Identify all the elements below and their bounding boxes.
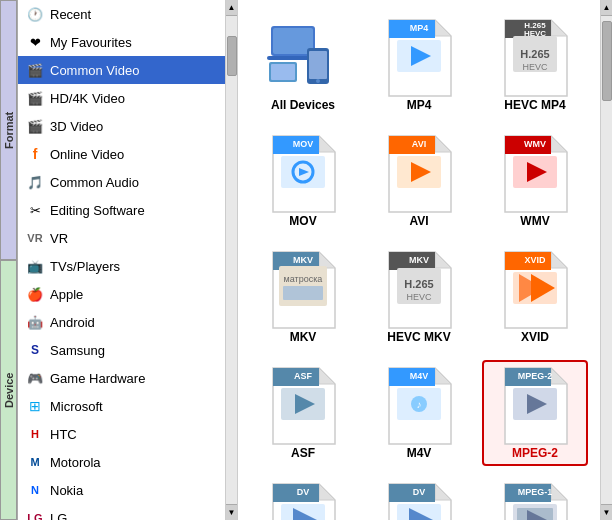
lg-label: LG bbox=[50, 511, 67, 521]
svg-text:ASF: ASF bbox=[294, 371, 313, 381]
format-item-hevc-mp4[interactable]: H.265 HEVC H.265 HEVC HEVC MP4 bbox=[482, 12, 588, 118]
format-item-mpeg1[interactable]: MPEG-1 MPEG-1 bbox=[482, 476, 588, 520]
game-hardware-icon: 🎮 bbox=[26, 369, 44, 387]
format-item-xvid[interactable]: XVID XVID bbox=[482, 244, 588, 350]
svg-rect-35 bbox=[283, 286, 323, 300]
tab-device-label: Device bbox=[3, 372, 15, 407]
mp4-label: MP4 bbox=[407, 98, 432, 112]
recent-label: Recent bbox=[50, 7, 91, 22]
format-item-hevc-mkv[interactable]: MKV H.265 HEVC HEVC MKV bbox=[366, 244, 472, 350]
sidebar-item-htc[interactable]: HHTC bbox=[18, 420, 237, 448]
common-audio-icon: 🎵 bbox=[26, 173, 44, 191]
format-item-asf[interactable]: ASF ASF bbox=[250, 360, 356, 466]
sidebar-item-motorola[interactable]: MMotorola bbox=[18, 448, 237, 476]
motorola-label: Motorola bbox=[50, 455, 101, 470]
svg-text:H.265: H.265 bbox=[520, 48, 549, 60]
format-item-wmv[interactable]: WMV WMV bbox=[482, 128, 588, 234]
common-video-label: Common Video bbox=[50, 63, 139, 78]
xvid-icon: XVID bbox=[495, 250, 575, 330]
motorola-icon: M bbox=[26, 453, 44, 471]
sidebar-item-samsung[interactable]: SSamsung bbox=[18, 336, 237, 364]
scrollbar-thumb[interactable] bbox=[227, 36, 237, 76]
format-item-dv-ntsc[interactable]: DV DV-NTSC bbox=[250, 476, 356, 520]
format-item-dv-pal[interactable]: DV DV-PAL bbox=[366, 476, 472, 520]
scrollbar-up-btn[interactable]: ▲ bbox=[226, 0, 237, 16]
sidebar-item-my-favourites[interactable]: ❤My Favourites bbox=[18, 28, 237, 56]
m4v-label: M4V bbox=[407, 446, 432, 460]
mov-icon: MOV bbox=[263, 134, 343, 214]
sidebar-item-microsoft[interactable]: ⊞Microsoft bbox=[18, 392, 237, 420]
mp4-icon: MP4 bbox=[379, 18, 459, 98]
vertical-tabs: Format Device bbox=[0, 0, 18, 520]
content-scroll[interactable]: All Devices MP4 MP4 H.265 HEVC bbox=[238, 0, 600, 520]
avi-icon: AVI bbox=[379, 134, 459, 214]
asf-label: ASF bbox=[291, 446, 315, 460]
htc-icon: H bbox=[26, 425, 44, 443]
sidebar-item-common-audio[interactable]: 🎵Common Audio bbox=[18, 168, 237, 196]
editing-software-label: Editing Software bbox=[50, 203, 145, 218]
sidebar-item-apple[interactable]: 🍎Apple bbox=[18, 280, 237, 308]
online-video-label: Online Video bbox=[50, 147, 124, 162]
main-content: All Devices MP4 MP4 H.265 HEVC bbox=[238, 0, 600, 520]
format-item-avi[interactable]: AVI AVI bbox=[366, 128, 472, 234]
sidebar-item-editing-software[interactable]: ✂Editing Software bbox=[18, 196, 237, 224]
sidebar-item-android[interactable]: 🤖Android bbox=[18, 308, 237, 336]
my-favourites-label: My Favourites bbox=[50, 35, 132, 50]
hevc-mkv-icon: MKV H.265 HEVC bbox=[379, 250, 459, 330]
right-scrollbar-thumb[interactable] bbox=[602, 21, 612, 101]
hevc-mp4-label: HEVC MP4 bbox=[504, 98, 565, 112]
scrollbar-down-btn[interactable]: ▼ bbox=[226, 504, 237, 520]
sidebar-item-common-video[interactable]: 🎬Common Video bbox=[18, 56, 237, 84]
sidebar-item-nokia[interactable]: NNokia bbox=[18, 476, 237, 504]
svg-text:MP4: MP4 bbox=[410, 23, 429, 33]
svg-point-5 bbox=[316, 79, 320, 83]
apple-icon: 🍎 bbox=[26, 285, 44, 303]
right-scrollbar-down[interactable]: ▼ bbox=[601, 504, 612, 520]
svg-rect-1 bbox=[273, 28, 313, 54]
svg-text:DV: DV bbox=[297, 487, 310, 497]
svg-text:♪: ♪ bbox=[417, 399, 422, 410]
mpeg2-label: MPEG-2 bbox=[512, 446, 558, 460]
right-scrollbar: ▲ ▼ bbox=[600, 0, 612, 520]
svg-text:MPEG-1: MPEG-1 bbox=[518, 487, 553, 497]
format-item-mov[interactable]: MOV MOV bbox=[250, 128, 356, 234]
format-item-mp4[interactable]: MP4 MP4 bbox=[366, 12, 472, 118]
sidebar-item-lg[interactable]: LGLG bbox=[18, 504, 237, 520]
format-item-mpeg2[interactable]: MPEG-2 MPEG-2 bbox=[482, 360, 588, 466]
sidebar-item-online-video[interactable]: fOnline Video bbox=[18, 140, 237, 168]
svg-text:MPEG-2: MPEG-2 bbox=[518, 371, 553, 381]
svg-text:DV: DV bbox=[413, 487, 426, 497]
android-label: Android bbox=[50, 315, 95, 330]
sidebar-item-tvs-players[interactable]: 📺TVs/Players bbox=[18, 252, 237, 280]
vr-label: VR bbox=[50, 231, 68, 246]
tab-device[interactable]: Device bbox=[0, 260, 17, 520]
sidebar-item-vr[interactable]: VRVR bbox=[18, 224, 237, 252]
svg-text:HEVC: HEVC bbox=[522, 62, 548, 72]
3d-video-icon: 🎬 bbox=[26, 117, 44, 135]
format-item-mkv[interactable]: MKV матроска MKV bbox=[250, 244, 356, 350]
sidebar-item-3d-video[interactable]: 🎬3D Video bbox=[18, 112, 237, 140]
sidebar-item-recent[interactable]: 🕐Recent bbox=[18, 0, 237, 28]
mpeg1-icon: MPEG-1 bbox=[495, 482, 575, 520]
svg-text:MKV: MKV bbox=[409, 255, 429, 265]
htc-label: HTC bbox=[50, 427, 77, 442]
format-item-m4v[interactable]: M4V ♪ M4V bbox=[366, 360, 472, 466]
mkv-icon: MKV матроска bbox=[263, 250, 343, 330]
sidebar-item-game-hardware[interactable]: 🎮Game Hardware bbox=[18, 364, 237, 392]
3d-video-label: 3D Video bbox=[50, 119, 103, 134]
hevc-mkv-label: HEVC MKV bbox=[387, 330, 450, 344]
right-scrollbar-up[interactable]: ▲ bbox=[601, 0, 612, 16]
sidebar-item-hd-4k-video[interactable]: 🎬HD/4K Video bbox=[18, 84, 237, 112]
wmv-label: WMV bbox=[520, 214, 549, 228]
common-video-icon: 🎬 bbox=[26, 61, 44, 79]
lg-icon: LG bbox=[26, 509, 44, 520]
hevc-mp4-icon: H.265 HEVC H.265 HEVC bbox=[495, 18, 575, 98]
format-item-all-devices[interactable]: All Devices bbox=[250, 12, 356, 118]
microsoft-icon: ⊞ bbox=[26, 397, 44, 415]
sidebar-scroll[interactable]: 🕐Recent❤My Favourites🎬Common Video🎬HD/4K… bbox=[18, 0, 237, 520]
mpeg2-icon: MPEG-2 bbox=[495, 366, 575, 446]
scrollbar-track bbox=[226, 16, 237, 504]
game-hardware-label: Game Hardware bbox=[50, 371, 145, 386]
svg-text:XVID: XVID bbox=[524, 255, 546, 265]
tab-format[interactable]: Format bbox=[0, 0, 17, 260]
